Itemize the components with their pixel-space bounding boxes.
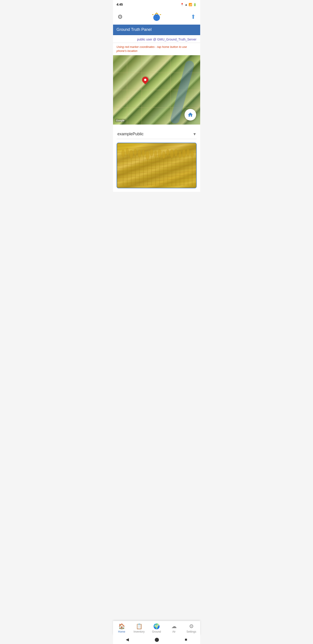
location-marker (142, 77, 148, 83)
svg-point-16 (174, 149, 177, 156)
svg-point-18 (182, 149, 186, 157)
map-road (127, 55, 127, 124)
map-road (142, 55, 142, 124)
svg-point-20 (191, 151, 194, 158)
nav-item-inventory[interactable]: 📋 Inventory (130, 621, 148, 635)
svg-point-5 (129, 150, 133, 158)
status-bar: 4:45 📍 ▲ 📶 🔋 (113, 0, 200, 9)
svg-point-14 (166, 149, 169, 156)
svg-point-17 (179, 151, 181, 158)
inventory-nav-icon: 📋 (136, 623, 143, 630)
map-home-button[interactable] (185, 109, 196, 120)
android-navigation-bar: ◀ ⬤ ■ (113, 635, 200, 644)
air-nav-label: Air (172, 630, 176, 633)
svg-point-13 (162, 151, 165, 158)
crop-photo (117, 143, 196, 188)
inventory-nav-label: Inventory (134, 630, 145, 633)
android-recent-button[interactable]: ■ (185, 637, 187, 642)
svg-point-8 (142, 150, 145, 156)
user-info-bar: public user @ GMU_Ground_Truth_Server (113, 35, 200, 43)
android-home-button[interactable]: ⬤ (155, 637, 159, 642)
svg-point-10 (150, 149, 153, 156)
app-bar: ⚙ ⬆ (113, 9, 200, 24)
location-hint-text: Using red marker coordinates - tap home … (117, 45, 187, 52)
battery-icon: 🔋 (193, 3, 197, 6)
marker-pin (141, 75, 150, 84)
map-view[interactable]: Google (113, 55, 200, 124)
wifi-icon: ▲ (185, 3, 188, 6)
map-road (113, 107, 200, 108)
status-icons: 📍 ▲ 📶 🔋 (180, 3, 197, 6)
user-info-text: public user @ GMU_Ground_Truth_Server (137, 38, 197, 41)
settings-nav-label: Settings (187, 630, 196, 633)
app-logo (151, 12, 162, 22)
location-hint-bar: Using red marker coordinates - tap home … (113, 43, 200, 55)
home-nav-label: Home (118, 630, 125, 633)
nav-item-air[interactable]: ☁ Air (165, 621, 183, 635)
google-watermark: Google (115, 119, 126, 122)
settings-nav-icon: ⚙ (189, 623, 194, 630)
chevron-down-icon: ▾ (194, 131, 196, 137)
location-icon: 📍 (180, 3, 184, 6)
svg-point-4 (126, 148, 129, 154)
svg-point-12 (158, 149, 161, 157)
bottom-navigation: 🏠 Home 📋 Inventory 🌍 Ground ☁ Air ⚙ Sett… (113, 621, 200, 635)
settings-icon[interactable]: ⚙ (117, 14, 123, 20)
air-nav-icon: ☁ (171, 623, 177, 630)
upload-icon[interactable]: ⬆ (191, 14, 196, 20)
ground-nav-icon: 🌍 (153, 623, 160, 630)
svg-point-11 (154, 151, 157, 158)
content-area: examplePublic ▾ (113, 124, 200, 192)
dropdown-label: examplePublic (117, 132, 144, 136)
wheat-svg (117, 143, 196, 188)
page-title: Ground Truth Panel (117, 27, 152, 32)
nav-item-home[interactable]: 🏠 Home (113, 621, 130, 635)
svg-point-7 (138, 150, 141, 158)
crop-image-card (117, 143, 197, 188)
android-back-button[interactable]: ◀ (126, 637, 129, 642)
status-time: 4:45 (117, 3, 123, 6)
map-road (170, 55, 171, 124)
svg-point-6 (134, 149, 137, 156)
svg-point-9 (145, 151, 149, 160)
svg-point-0 (153, 14, 160, 21)
signal-icon: 📶 (189, 3, 192, 6)
home-icon (187, 112, 193, 118)
nav-item-settings[interactable]: ⚙ Settings (183, 621, 200, 635)
nav-item-ground[interactable]: 🌍 Ground (148, 621, 165, 635)
svg-point-15 (170, 149, 173, 158)
svg-point-19 (186, 149, 190, 156)
svg-point-3 (121, 150, 125, 157)
category-dropdown[interactable]: examplePublic ▾ (117, 129, 197, 139)
ground-nav-label: Ground (152, 630, 161, 633)
title-bar: Ground Truth Panel (113, 24, 200, 35)
home-nav-icon: 🏠 (118, 623, 125, 630)
